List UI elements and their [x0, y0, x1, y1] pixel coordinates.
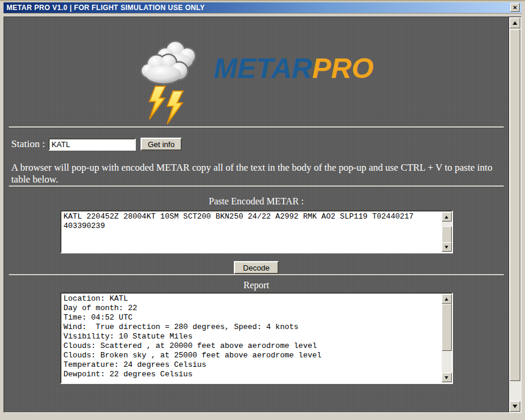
report-scrollbar[interactable]	[442, 294, 452, 383]
close-button[interactable]: ✕	[510, 3, 520, 12]
divider	[9, 274, 504, 275]
station-section: Station : Get info	[11, 138, 508, 151]
arrow-down-icon	[513, 405, 517, 408]
get-info-button[interactable]: Get info	[141, 138, 182, 151]
encoded-metar-scrollbar[interactable]	[442, 211, 452, 252]
scrollbar-thumb[interactable]	[442, 226, 452, 244]
divider	[9, 126, 504, 128]
arrow-up-icon	[445, 298, 448, 301]
logo-wordmark: METARPRO	[213, 52, 373, 84]
scroll-up-button[interactable]	[510, 18, 520, 28]
logo-section: METARPRO	[4, 37, 508, 126]
report-textarea[interactable]: Location: KATL Day of month: 22 Time: 04…	[60, 292, 453, 384]
close-icon: ✕	[513, 5, 517, 11]
report-field-wrap: Location: KATL Day of month: 22 Time: 04…	[60, 292, 453, 384]
window-title: METAR PRO V1.0 | FOR FLIGHT SIMULATION U…	[4, 4, 205, 12]
logo: METARPRO	[139, 37, 373, 126]
scrollbar-thumb[interactable]	[510, 29, 520, 381]
scroll-down-button[interactable]	[442, 373, 452, 382]
client-area: METARPRO Station : Get info A browser wi…	[4, 17, 521, 413]
paste-metar-label: Paste Encoded METAR :	[4, 196, 508, 207]
station-label: Station :	[11, 138, 45, 150]
decode-button[interactable]: Decode	[234, 261, 279, 274]
encoded-metar-field-wrap: KATL 220452Z 28004KT 10SM SCT200 BKN250 …	[60, 210, 453, 253]
logo-text-metar: METAR	[213, 53, 312, 84]
arrow-down-icon	[445, 246, 448, 249]
window-scrollbar[interactable]	[508, 17, 521, 412]
app-window: METAR PRO V1.0 | FOR FLIGHT SIMULATION U…	[0, 0, 525, 420]
logo-text-pro: PRO	[312, 53, 374, 84]
scroll-down-button[interactable]	[510, 401, 520, 412]
decode-row: Decode	[4, 261, 508, 274]
scroll-up-button[interactable]	[442, 212, 452, 222]
report-label: Report	[4, 280, 508, 291]
arrow-up-icon	[445, 216, 448, 219]
scroll-up-button[interactable]	[442, 294, 452, 304]
title-bar: METAR PRO V1.0 | FOR FLIGHT SIMULATION U…	[4, 2, 521, 14]
main-content: METARPRO Station : Get info A browser wi…	[4, 17, 508, 412]
arrow-down-icon	[445, 376, 448, 379]
storm-clouds-lightning-icon	[139, 37, 208, 125]
instruction-text: A browser will pop-up with encoded METAR…	[11, 162, 501, 185]
scroll-down-button[interactable]	[442, 242, 452, 252]
arrow-up-icon	[513, 21, 517, 25]
scrollbar-thumb[interactable]	[442, 304, 452, 351]
divider	[9, 185, 504, 187]
station-input[interactable]	[48, 138, 136, 151]
encoded-metar-textarea[interactable]: KATL 220452Z 28004KT 10SM SCT200 BKN250 …	[60, 210, 453, 253]
